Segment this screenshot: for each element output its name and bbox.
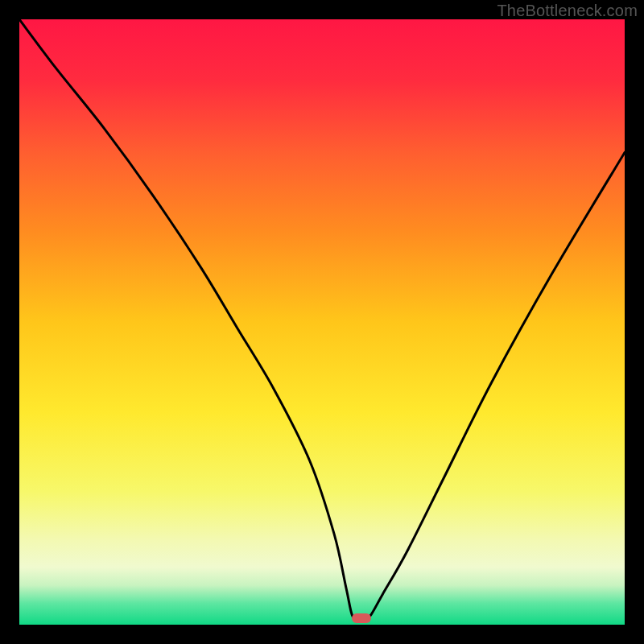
watermark-text: TheBottleneck.com (497, 2, 638, 20)
plot-area (19, 19, 625, 625)
chart-frame: TheBottleneck.com (0, 0, 644, 644)
bottleneck-curve (19, 19, 625, 625)
optimal-point-marker (352, 613, 371, 623)
